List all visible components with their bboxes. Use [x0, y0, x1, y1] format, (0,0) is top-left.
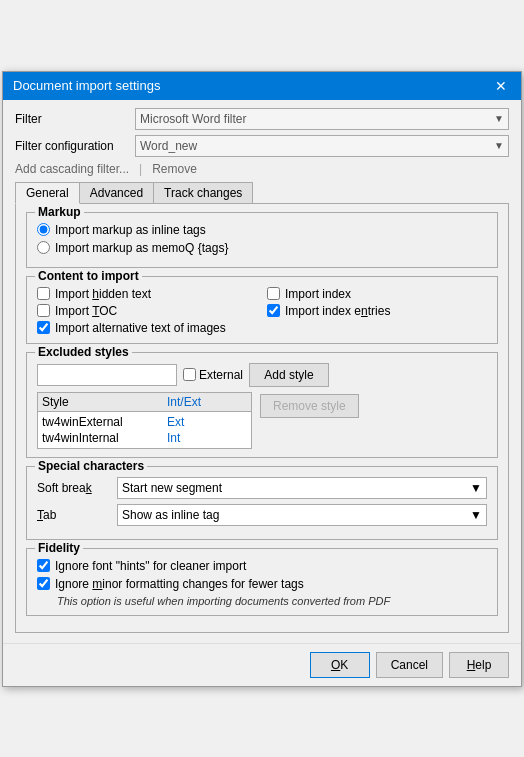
filter-config-row: Filter configuration Word_new ▼: [15, 135, 509, 157]
excluded-lower: Style Int/Ext tw4winExternal Ext tw4winI…: [37, 392, 487, 449]
external-checkbox[interactable]: [183, 368, 196, 381]
markup-radio2-row: Import markup as memoQ {tags}: [37, 241, 487, 255]
fidelity-checkbox2[interactable]: [37, 577, 50, 590]
row1-style: tw4winExternal: [42, 415, 167, 429]
markup-section-label: Markup: [35, 205, 84, 219]
style-input[interactable]: [37, 364, 177, 386]
row1-int-ext: Ext: [167, 415, 247, 429]
add-cascading-link[interactable]: Add cascading filter...: [15, 162, 129, 176]
external-checkbox-row: External: [183, 368, 243, 382]
import-alt-text-label: Import alternative text of images: [55, 321, 226, 335]
markup-section: Markup Import markup as inline tags Impo…: [26, 212, 498, 268]
dialog: Document import settings ✕ Filter Micros…: [2, 71, 522, 687]
soft-break-value: Start new segment: [122, 481, 222, 495]
import-grid: Import hidden text Import index Import T…: [37, 287, 487, 318]
import-alt-text-row: Import alternative text of images: [37, 321, 487, 335]
fidelity-label1: Ignore font "hints" for cleaner import: [55, 559, 246, 573]
fidelity-note: This option is useful when importing doc…: [57, 595, 487, 607]
filter-label: Filter: [15, 112, 135, 126]
soft-break-label: Soft break: [37, 481, 117, 495]
special-chars-content: Soft break Start new segment ▼ Tab Show …: [37, 477, 487, 526]
content-import-section: Content to import Import hidden text Imp…: [26, 276, 498, 344]
fidelity-checkbox1[interactable]: [37, 559, 50, 572]
content-import-content: Import hidden text Import index Import T…: [37, 287, 487, 335]
tab-track-changes-label: Track changes: [164, 186, 242, 200]
markup-radio1-label[interactable]: Import markup as inline tags: [55, 223, 206, 237]
import-index-entries-checkbox[interactable]: [267, 304, 280, 317]
dialog-footer: OK Cancel Help: [3, 643, 521, 686]
tab-general[interactable]: General: [15, 182, 80, 204]
help-button[interactable]: Help: [449, 652, 509, 678]
import-alt-text-checkbox[interactable]: [37, 321, 50, 334]
filter-config-label: Filter configuration: [15, 139, 135, 153]
excluded-style-buttons: Remove style: [260, 392, 359, 449]
dialog-body: Filter Microsoft Word filter ▼ Filter co…: [3, 100, 521, 643]
import-hidden-text-row: Import hidden text: [37, 287, 257, 301]
filter-config-arrow: ▼: [494, 140, 504, 151]
tab-combo[interactable]: Show as inline tag ▼: [117, 504, 487, 526]
table-row: tw4winInternal Int: [42, 430, 247, 446]
ok-label: OK: [331, 658, 348, 672]
remove-link[interactable]: Remove: [152, 162, 197, 176]
markup-radio1-row: Import markup as inline tags: [37, 223, 487, 237]
import-toc-label: Import TOC: [55, 304, 117, 318]
fidelity-row1: Ignore font "hints" for cleaner import: [37, 559, 487, 573]
import-index-entries-label: Import index entries: [285, 304, 390, 318]
tab-track-changes[interactable]: Track changes: [153, 182, 253, 204]
close-button[interactable]: ✕: [491, 78, 511, 94]
fidelity-row2: Ignore minor formatting changes for fewe…: [37, 577, 487, 591]
markup-radio2[interactable]: [37, 241, 50, 254]
cancel-button[interactable]: Cancel: [376, 652, 443, 678]
tab-arrow: ▼: [470, 508, 482, 522]
tab-general-label: General: [26, 186, 69, 200]
import-toc-row: Import TOC: [37, 304, 257, 318]
import-hidden-text-checkbox[interactable]: [37, 287, 50, 300]
filter-combo[interactable]: Microsoft Word filter ▼: [135, 108, 509, 130]
import-index-checkbox[interactable]: [267, 287, 280, 300]
soft-break-combo[interactable]: Start new segment ▼: [117, 477, 487, 499]
markup-radio1[interactable]: [37, 223, 50, 236]
tab-content-general: Markup Import markup as inline tags Impo…: [15, 203, 509, 633]
fidelity-section: Fidelity Ignore font "hints" for cleaner…: [26, 548, 498, 616]
filter-config-combo[interactable]: Word_new ▼: [135, 135, 509, 157]
import-index-entries-row: Import index entries: [267, 304, 487, 318]
external-label: External: [199, 368, 243, 382]
ok-button[interactable]: OK: [310, 652, 370, 678]
special-chars-section: Special characters Soft break Start new …: [26, 466, 498, 540]
styles-table: Style Int/Ext tw4winExternal Ext tw4winI…: [37, 392, 252, 449]
remove-style-button[interactable]: Remove style: [260, 394, 359, 418]
filter-combo-value: Microsoft Word filter: [140, 112, 246, 126]
help-label: Help: [467, 658, 492, 672]
import-hidden-text-label: Import hidden text: [55, 287, 151, 301]
styles-table-header: Style Int/Ext: [38, 393, 251, 412]
filter-row: Filter Microsoft Word filter ▼: [15, 108, 509, 130]
tab-advanced[interactable]: Advanced: [79, 182, 154, 204]
import-index-row: Import index: [267, 287, 487, 301]
table-row: tw4winExternal Ext: [42, 414, 247, 430]
markup-content: Import markup as inline tags Import mark…: [37, 223, 487, 255]
links-separator: |: [139, 162, 142, 176]
soft-break-arrow: ▼: [470, 481, 482, 495]
style-col-header: Style: [42, 395, 167, 409]
excluded-styles-section: Excluded styles External Add style: [26, 352, 498, 458]
fidelity-label2: Ignore minor formatting changes for fewe…: [55, 577, 304, 591]
fidelity-label: Fidelity: [35, 541, 83, 555]
tabs-container: General Advanced Track changes: [15, 182, 509, 204]
row2-style: tw4winInternal: [42, 431, 167, 445]
title-bar: Document import settings ✕: [3, 72, 521, 100]
tab-advanced-label: Advanced: [90, 186, 143, 200]
excluded-styles-content: External Add style Style Int/Ext: [37, 363, 487, 449]
filter-combo-arrow: ▼: [494, 113, 504, 124]
dialog-title: Document import settings: [13, 78, 160, 93]
import-toc-checkbox[interactable]: [37, 304, 50, 317]
tab-value: Show as inline tag: [122, 508, 219, 522]
soft-break-row: Soft break Start new segment ▼: [37, 477, 487, 499]
tab-row: Tab Show as inline tag ▼: [37, 504, 487, 526]
excluded-styles-top-row: External Add style: [37, 363, 487, 387]
styles-table-body: tw4winExternal Ext tw4winInternal Int: [38, 412, 251, 448]
add-style-button[interactable]: Add style: [249, 363, 329, 387]
markup-radio2-label: Import markup as memoQ {tags}: [55, 241, 228, 255]
import-index-label: Import index: [285, 287, 351, 301]
fidelity-content: Ignore font "hints" for cleaner import I…: [37, 559, 487, 607]
content-import-label: Content to import: [35, 269, 142, 283]
